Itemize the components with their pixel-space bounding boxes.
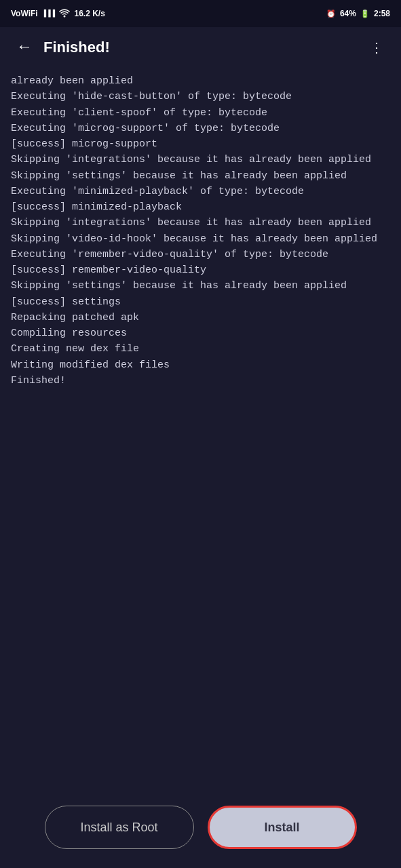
status-bar-left: VoWiFi ▐▐▐ 16.2 K/s (11, 8, 105, 20)
signal-icon: ▐▐▐ (42, 9, 56, 18)
speed-label: 16.2 K/s (74, 9, 104, 18)
log-area: already been applied Executing 'hide-cas… (0, 68, 401, 793)
alarm-icon: ⏰ (326, 9, 336, 18)
back-arrow-icon: ← (20, 39, 29, 56)
bottom-bar: Install as Root Install (0, 793, 401, 868)
overflow-menu-button[interactable]: ⋮ (363, 34, 390, 61)
time-label: 2:58 (374, 9, 390, 18)
install-button[interactable]: Install (208, 806, 357, 849)
install-as-root-button[interactable]: Install as Root (45, 806, 194, 849)
battery-label: 64% (340, 9, 356, 18)
back-button[interactable]: ← (11, 34, 38, 61)
log-content: already been applied Executing 'hide-cas… (11, 73, 390, 389)
status-bar: VoWiFi ▐▐▐ 16.2 K/s ⏰ 64% 🔋 2:58 (0, 0, 401, 27)
header: ← Finished! ⋮ (0, 27, 401, 68)
wifi-icon (59, 8, 70, 20)
carrier-label: VoWiFi (11, 9, 38, 18)
overflow-icon: ⋮ (370, 39, 384, 56)
page-title: Finished! (43, 39, 363, 56)
status-bar-right: ⏰ 64% 🔋 2:58 (326, 9, 390, 18)
svg-point-0 (64, 15, 66, 17)
battery-icon: 🔋 (360, 9, 370, 18)
